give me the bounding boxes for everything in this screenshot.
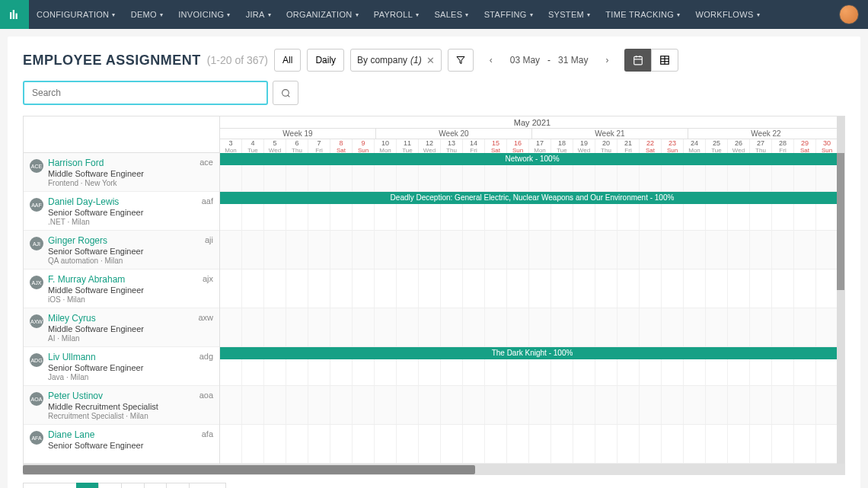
- gantt-cell[interactable]: [573, 231, 595, 269]
- gantt-cell[interactable]: [463, 425, 485, 463]
- nav-item-system[interactable]: SYSTEM▾: [541, 0, 598, 29]
- employee-name[interactable]: Miley Cyrus: [48, 313, 213, 324]
- gantt-cell[interactable]: [662, 386, 684, 424]
- gantt-cell[interactable]: [419, 231, 441, 269]
- gantt-cell[interactable]: [772, 270, 794, 308]
- gantt-cell[interactable]: [286, 308, 308, 346]
- gantt-cell[interactable]: [617, 386, 640, 424]
- gantt-cell[interactable]: [353, 386, 375, 424]
- task-bar[interactable]: The Dark Knight - 100%: [220, 347, 844, 359]
- employee-row[interactable]: AXWMiley CyrusMiddle Software EngineerAI…: [24, 308, 219, 347]
- nav-item-staffing[interactable]: STAFFING▾: [477, 0, 541, 29]
- gantt-cell[interactable]: [286, 231, 308, 269]
- gantt-cell[interactable]: [375, 308, 397, 346]
- filter-button[interactable]: [448, 49, 474, 72]
- calendar-view-button[interactable]: [624, 49, 651, 72]
- gantt-cell[interactable]: [308, 270, 330, 308]
- horizontal-scrollbar[interactable]: [23, 464, 845, 475]
- gantt-cell[interactable]: [551, 308, 573, 346]
- gantt-cell[interactable]: [794, 231, 816, 269]
- scrollbar-thumb[interactable]: [837, 153, 844, 290]
- employee-name[interactable]: Harrison Ford: [48, 158, 213, 168]
- gantt-cell[interactable]: [441, 270, 463, 308]
- gantt-cell[interactable]: [529, 386, 551, 424]
- gantt-cell[interactable]: [573, 386, 595, 424]
- gantt-cell[interactable]: [264, 425, 286, 463]
- gantt-cell[interactable]: [330, 386, 353, 424]
- gantt-cell[interactable]: [617, 425, 640, 463]
- gantt-row[interactable]: The Dark Knight - 100%: [220, 347, 844, 386]
- gantt-cell[interactable]: [353, 308, 375, 346]
- gantt-cell[interactable]: [794, 386, 816, 424]
- gantt-cell[interactable]: [485, 231, 507, 269]
- gantt-row[interactable]: [220, 386, 844, 425]
- search-button[interactable]: [273, 81, 298, 105]
- gantt-cell[interactable]: [485, 386, 507, 424]
- gantt-cell[interactable]: [772, 425, 794, 463]
- task-bar[interactable]: Deadly Deception: General Electric, Nucl…: [220, 192, 844, 204]
- gantt-cell[interactable]: [330, 231, 353, 269]
- employee-name[interactable]: Daniel Day-Lewis: [48, 196, 213, 207]
- gantt-cell[interactable]: [330, 425, 353, 463]
- gantt-cell[interactable]: [640, 386, 662, 424]
- gantt-cell[interactable]: [220, 425, 242, 463]
- nav-item-sales[interactable]: SALES▾: [426, 0, 476, 29]
- gantt-cell[interactable]: [353, 425, 375, 463]
- gantt-cell[interactable]: [330, 308, 353, 346]
- gantt-row[interactable]: [220, 425, 844, 464]
- gantt-cell[interactable]: [507, 308, 529, 346]
- gantt-cell[interactable]: [706, 425, 728, 463]
- gantt-cell[interactable]: [750, 231, 772, 269]
- gantt-cell[interactable]: [286, 386, 308, 424]
- gantt-cell[interactable]: [816, 270, 838, 308]
- page-button-4[interactable]: 4: [144, 483, 168, 488]
- gantt-cell[interactable]: [308, 425, 330, 463]
- gantt-cell[interactable]: [308, 231, 330, 269]
- gantt-cell[interactable]: [308, 308, 330, 346]
- vertical-scrollbar[interactable]: [837, 116, 844, 464]
- nav-item-jira[interactable]: JIRA▾: [238, 0, 279, 29]
- gantt-cell[interactable]: [640, 270, 662, 308]
- gantt-cell[interactable]: [794, 425, 816, 463]
- gantt-cell[interactable]: [551, 231, 573, 269]
- gantt-cell[interactable]: [684, 231, 706, 269]
- gantt-cell[interactable]: [419, 425, 441, 463]
- gantt-cell[interactable]: [529, 308, 551, 346]
- gantt-cell[interactable]: [728, 308, 750, 346]
- gantt-cell[interactable]: [485, 270, 507, 308]
- gantt-cell[interactable]: [573, 270, 595, 308]
- gantt-cell[interactable]: [750, 425, 772, 463]
- employee-row[interactable]: AOAPeter UstinovMiddle Recruitment Speci…: [24, 386, 219, 425]
- gantt-cell[interactable]: [595, 386, 617, 424]
- gantt-cell[interactable]: [573, 308, 595, 346]
- gantt-cell[interactable]: [353, 231, 375, 269]
- gantt-cell[interactable]: [640, 231, 662, 269]
- brand-logo[interactable]: [0, 0, 29, 29]
- search-input[interactable]: [23, 81, 268, 105]
- gantt-cell[interactable]: [772, 308, 794, 346]
- gantt-cell[interactable]: [397, 270, 419, 308]
- gantt-cell[interactable]: [242, 231, 264, 269]
- employee-row[interactable]: ADGLiv UllmannSenior Software EngineerJa…: [24, 347, 219, 386]
- gantt-cell[interactable]: [794, 308, 816, 346]
- gantt-cell[interactable]: [419, 270, 441, 308]
- gantt-cell[interactable]: [684, 308, 706, 346]
- nav-item-time-tracking[interactable]: TIME TRACKING▾: [598, 0, 688, 29]
- gantt-cell[interactable]: [640, 425, 662, 463]
- employee-name[interactable]: F. Murray Abraham: [48, 274, 213, 285]
- gantt-cell[interactable]: [595, 231, 617, 269]
- gantt-cell[interactable]: [662, 308, 684, 346]
- user-avatar[interactable]: [839, 5, 859, 24]
- next-page-button[interactable]: Next: [189, 483, 226, 488]
- gantt-row[interactable]: Deadly Deception: General Electric, Nucl…: [220, 192, 844, 231]
- gantt-cell[interactable]: [264, 308, 286, 346]
- close-icon[interactable]: ✕: [426, 55, 435, 66]
- gantt-cell[interactable]: [264, 386, 286, 424]
- gantt-cell[interactable]: [353, 270, 375, 308]
- gantt-timeline[interactable]: May 2021 Week 19Week 20Week 21Week 22 3M…: [220, 116, 844, 464]
- gantt-cell[interactable]: [750, 386, 772, 424]
- nav-item-workflows[interactable]: WORKFLOWS▾: [688, 0, 767, 29]
- nav-item-organization[interactable]: ORGANIZATION▾: [279, 0, 366, 29]
- gantt-cell[interactable]: [419, 308, 441, 346]
- gantt-cell[interactable]: [816, 308, 838, 346]
